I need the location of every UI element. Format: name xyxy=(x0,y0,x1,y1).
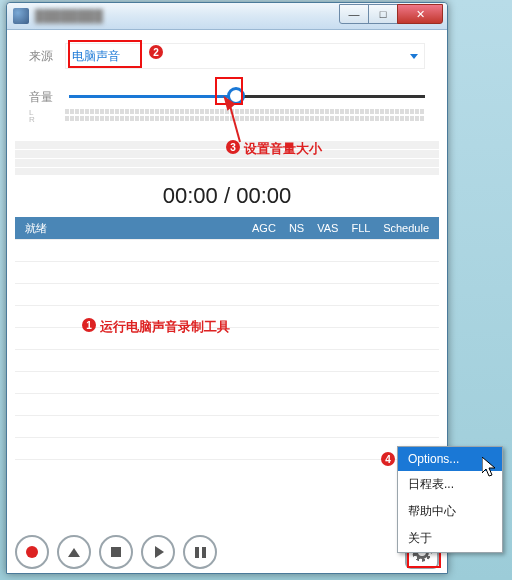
volume-slider[interactable] xyxy=(69,87,425,107)
annotation-badge-2: 2 xyxy=(149,45,163,59)
level-meter xyxy=(65,109,425,123)
annotation-badge-3: 3 xyxy=(226,140,240,154)
menu-item-schedule[interactable]: 日程表... xyxy=(398,471,502,498)
time-display: 00:00 / 00:00 xyxy=(15,183,439,209)
eject-button[interactable] xyxy=(57,535,91,569)
title-bar[interactable]: ████████ — □ ✕ xyxy=(7,3,447,30)
annotation-text-3: 设置音量大小 xyxy=(244,140,322,158)
record-button[interactable] xyxy=(15,535,49,569)
source-dropdown[interactable]: 电脑声音 xyxy=(65,43,425,69)
menu-item-options[interactable]: Options... xyxy=(398,447,502,471)
chevron-down-icon xyxy=(410,54,418,59)
recordings-list[interactable] xyxy=(15,239,439,487)
play-icon xyxy=(155,546,164,558)
record-icon xyxy=(26,546,38,558)
status-indicators: AGC NS VAS FLL Schedule xyxy=(242,222,429,234)
pause-icon xyxy=(195,547,206,558)
status-bar: 就绪 AGC NS VAS FLL Schedule xyxy=(15,217,439,239)
stop-icon xyxy=(111,547,121,557)
menu-item-about[interactable]: 关于 xyxy=(398,525,502,552)
transport-bar xyxy=(15,535,439,569)
play-button[interactable] xyxy=(141,535,175,569)
stop-button[interactable] xyxy=(99,535,133,569)
status-text: 就绪 xyxy=(25,221,242,236)
annotation-badge-1: 1 xyxy=(82,318,96,332)
close-button[interactable]: ✕ xyxy=(397,4,443,24)
minimize-button[interactable]: — xyxy=(339,4,369,24)
app-icon xyxy=(13,8,29,24)
settings-context-menu: Options... 日程表... 帮助中心 关于 xyxy=(397,446,503,553)
right-channel-label: R xyxy=(29,116,65,123)
slider-thumb[interactable] xyxy=(227,87,245,105)
app-window: ████████ — □ ✕ 来源 电脑声音 音量 L R xyxy=(6,2,448,574)
source-value: 电脑声音 xyxy=(72,48,120,65)
source-label: 来源 xyxy=(29,48,65,65)
menu-item-help[interactable]: 帮助中心 xyxy=(398,498,502,525)
annotation-badge-4: 4 xyxy=(381,452,395,466)
eject-icon xyxy=(68,548,80,557)
window-title: ████████ xyxy=(35,9,340,23)
volume-label: 音量 xyxy=(29,89,65,106)
maximize-button[interactable]: □ xyxy=(368,4,398,24)
annotation-text-1: 运行电脑声音录制工具 xyxy=(100,318,230,336)
pause-button[interactable] xyxy=(183,535,217,569)
